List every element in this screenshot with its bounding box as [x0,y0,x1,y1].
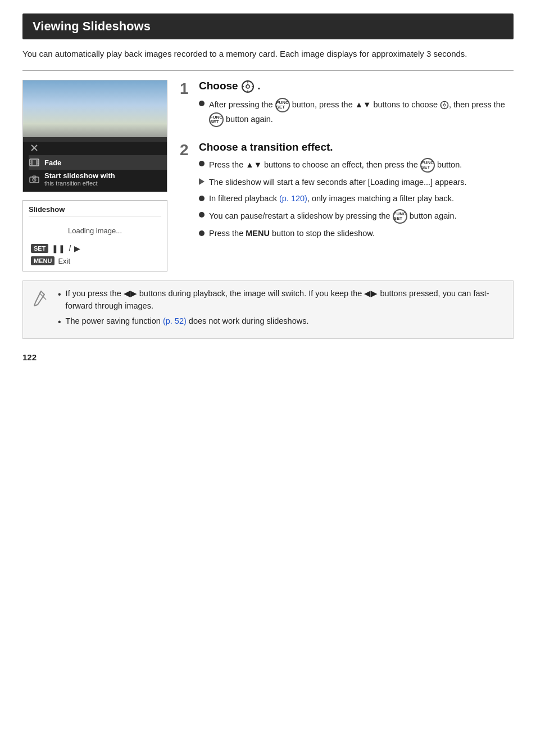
note-item-1: • If you press the ◀▶ buttons during pla… [58,288,504,313]
play-symbol: ▶ [74,244,80,253]
svg-point-12 [34,179,35,180]
bullet-1-text: Press the ▲▼ buttons to choose an effect… [209,158,462,173]
period-label: . [257,80,260,92]
menu-overlay: Fade Start slide [23,80,167,192]
menu-word: MENU [246,229,270,238]
step-2-number: 2 [180,142,192,158]
menu-row-start: Start slideshow with this transition eff… [29,170,167,188]
page-title: Viewing Slideshows [22,13,514,39]
right-column: 1 Choose . [180,80,514,271]
exit-text: Exit [58,257,70,265]
left-column: Fade Start slide [22,80,167,271]
bullet-circle [199,101,205,106]
step-1-title: Choose . [199,80,514,93]
link-p120: (p. 120) [279,194,307,203]
exit-row: MENU Exit [29,256,161,265]
page-number: 122 [22,352,514,362]
step-2-bullets: Press the ▲▼ buttons to choose an effect… [199,158,514,239]
step-1-number: 1 [180,81,192,97]
main-content: Fade Start slide [22,80,514,271]
pause-symbol: ❚❚ [52,244,65,253]
func-set-icon-4: FUNCSET [393,209,407,224]
note-text-2: The power saving function (p. 52) does n… [66,315,309,328]
start-slideshow-text: Start slideshow with this transition eff… [44,171,115,187]
pencil-icon [31,289,51,309]
func-set-icon-1: FUNCSET [275,98,290,112]
step-1-bullet-1: After pressing the FUNCSET button, press… [199,98,514,127]
bullet-5-text: Press the MENU button to stop the slides… [209,228,375,240]
menu-row-1 [29,141,167,155]
section-divider [22,70,514,71]
bullet-circle-3 [199,212,205,218]
bullet-circle-4 [199,230,205,236]
svg-line-28 [39,293,46,300]
bullet-triangle-1 [199,178,205,185]
screenshot-menu-panel: Fade Start slide [22,80,167,192]
fade-label: Fade [44,159,61,167]
x-icon [29,142,40,153]
notes-section: • If you press the ◀▶ buttons during pla… [22,280,514,339]
bullet-4-text: You can pause/restart a slideshow by pre… [209,209,457,224]
notes-content: • If you press the ◀▶ buttons during pla… [58,288,504,332]
note-item-2: • The power saving function (p. 52) does… [58,315,504,329]
link-p52: (p. 52) [163,316,187,325]
step-2-bullet-5: Press the MENU button to stop the slides… [199,228,514,240]
note-bullet-1: • [58,288,61,301]
step-1-bullet-1-text: After pressing the FUNCSET button, press… [209,98,514,127]
slash-symbol: / [69,244,71,253]
svg-rect-3 [31,160,33,165]
note-text-1: If you press the ◀▶ buttons during playb… [66,288,504,313]
menu-row-fade: Fade [29,155,167,170]
bullet-circle-2 [199,196,205,201]
svg-point-21 [443,104,446,106]
step-2-bullet-2: The slideshow will start a few seconds a… [199,176,514,189]
choose-label: Choose [199,80,241,92]
bullet-3-text: In filtered playback (p. 120), only imag… [209,193,454,205]
film-icon [29,157,40,168]
svg-rect-4 [36,160,38,165]
note-bullet-2: • [58,315,61,329]
camera-icon [29,174,40,185]
transition-label: this transition effect [44,180,115,187]
step-2-content: Choose a transition effect. Press the ▲▼… [199,141,514,243]
start-label: Start slideshow with [44,171,115,180]
loading-text: Loading image... [29,227,161,235]
slideshow-icon-inline [440,101,449,110]
bullet-2-text: The slideshow will start a few seconds a… [209,176,467,189]
step-2-bullet-3: In filtered playback (p. 120), only imag… [199,193,514,205]
step-2-block: 2 Choose a transition effect. Press the … [180,141,514,243]
func-set-icon-2: FUNCSET [209,112,224,127]
step-1-bullets: After pressing the FUNCSET button, press… [199,98,514,127]
slideshow-controls: SET ❚❚ / ▶ [29,244,161,253]
step-2-bullet-4: You can pause/restart a slideshow by pre… [199,209,514,224]
set-badge: SET [31,244,48,253]
step-2-bullet-1: Press the ▲▼ buttons to choose an effect… [199,158,514,173]
menu-background: Fade Start slide [23,137,167,192]
step-1-content: Choose . [199,80,514,131]
slideshow-panel-title: Slideshow [29,205,161,216]
slideshow-icon-step1 [241,80,255,93]
intro-text: You can automatically play back images r… [22,47,514,60]
step-2-title: Choose a transition effect. [199,141,514,153]
svg-point-14 [246,85,249,88]
slideshow-loading-panel: Slideshow Loading image... SET ❚❚ / ▶ ME… [22,200,167,271]
func-set-icon-3: FUNCSET [420,158,435,173]
step-1-block: 1 Choose . [180,80,514,131]
bullet-circle-1 [199,161,205,166]
menu-badge: MENU [31,256,54,265]
